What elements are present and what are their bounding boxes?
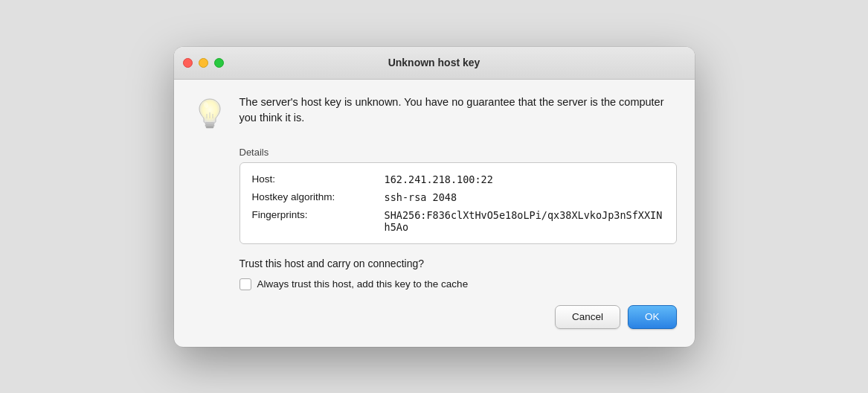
detail-key-fingerprints: Fingerprints:	[252, 209, 379, 233]
titlebar-buttons	[183, 58, 224, 68]
detail-value-fingerprints: SHA256:F836clXtHvO5e18oLPi/qx38XLvkoJp3n…	[385, 209, 664, 233]
detail-row-host: Host: 162.241.218.100:22	[252, 173, 664, 185]
warning-text: The server's host key is unknown. You ha…	[239, 95, 677, 127]
dialog-wrapper: Unknown host key	[174, 47, 695, 347]
ok-button[interactable]: OK	[628, 305, 677, 329]
detail-value-algorithm: ssh-rsa 2048	[385, 191, 457, 203]
details-label: Details	[239, 147, 677, 158]
titlebar: Unknown host key	[174, 47, 695, 80]
checkbox-row: Always trust this host, add this key to …	[239, 278, 677, 290]
dialog-body: The server's host key is unknown. You ha…	[174, 80, 695, 347]
detail-value-host: 162.241.218.100:22	[385, 173, 493, 185]
svg-rect-2	[205, 124, 214, 127]
trust-question: Trust this host and carry on connecting?	[239, 258, 677, 269]
detail-key-host: Host:	[252, 173, 379, 185]
details-section: Details Host: 162.241.218.100:22 Hostkey…	[239, 147, 677, 244]
svg-rect-1	[205, 123, 214, 125]
top-section: The server's host key is unknown. You ha…	[192, 95, 677, 133]
close-button[interactable]	[183, 58, 193, 68]
maximize-button[interactable]	[214, 58, 224, 68]
checkbox-label[interactable]: Always trust this host, add this key to …	[257, 278, 469, 290]
button-row: Cancel OK	[192, 305, 677, 332]
detail-row-algorithm: Hostkey algorithm: ssh-rsa 2048	[252, 191, 664, 203]
cancel-button[interactable]: Cancel	[555, 305, 620, 329]
svg-rect-3	[206, 127, 213, 128]
detail-key-algorithm: Hostkey algorithm:	[252, 191, 379, 203]
minimize-button[interactable]	[199, 58, 208, 68]
lightbulb-icon	[192, 95, 228, 133]
details-box: Host: 162.241.218.100:22 Hostkey algorit…	[239, 162, 677, 244]
dialog: Unknown host key	[174, 47, 695, 347]
always-trust-checkbox[interactable]	[239, 278, 251, 290]
detail-row-fingerprints: Fingerprints: SHA256:F836clXtHvO5e18oLPi…	[252, 209, 664, 233]
dialog-title: Unknown host key	[388, 57, 480, 68]
